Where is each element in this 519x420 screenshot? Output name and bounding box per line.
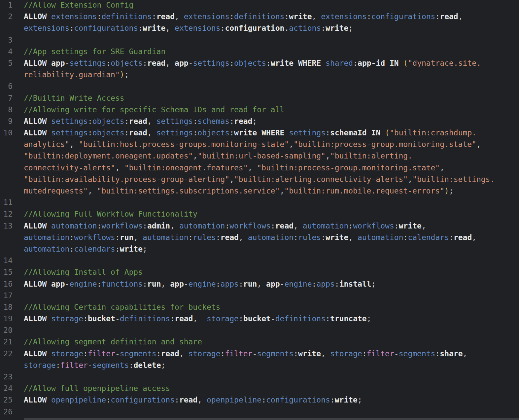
code-line[interactable]: 4//App settings for SRE Guardian [0,46,519,57]
token-keyword-bold: write [335,396,358,404]
line-number[interactable] [0,232,13,243]
code-line[interactable]: 26 [0,406,519,418]
line-number[interactable] [0,139,13,150]
token-plain-punctuation [367,128,371,137]
token-plain-punctuation: . [284,24,289,32]
code-line[interactable]: 14 [0,255,519,266]
token-plain-punctuation: : [229,59,234,67]
token-identifier-blue: extensions [175,24,220,32]
code-line[interactable]: 15//Allowing Install of Apps [0,266,519,278]
code-line[interactable]: 20 [0,325,519,336]
line-number[interactable]: 11 [0,197,13,208]
line-number[interactable]: 10 [0,127,13,139]
token-plain-punctuation: : [221,349,225,358]
code-line[interactable]: 24//Allow full openpipeline access [0,383,519,394]
code-line[interactable]: 3 [0,34,519,46]
token-identifier-blue: settings [156,128,193,137]
line-number[interactable]: 19 [0,313,13,325]
line-number[interactable]: 26 [0,406,13,418]
code-text: //Allow full openpipeline access [24,383,170,394]
line-number[interactable]: 17 [0,290,13,301]
line-number[interactable] [0,185,13,197]
line-number[interactable]: 5 [0,57,13,69]
code-line[interactable]: 25ALLOW openpipeline:configurations:read… [0,394,519,406]
line-number[interactable]: 22 [0,348,13,360]
line-number[interactable]: 3 [0,34,13,46]
token-plain-punctuation: ; [161,361,165,369]
line-number[interactable]: 2 [0,11,13,22]
code-line[interactable]: 6 [0,81,519,92]
line-number[interactable]: 12 [0,208,13,220]
line-number[interactable]: 14 [0,255,13,266]
code-line[interactable]: 13ALLOW automation:workflows:admin, auto… [0,220,519,232]
code-line[interactable]: "builtin:availability.process-group-aler… [0,174,519,185]
code-line[interactable]: 19ALLOW storage:bucket-definitions:read,… [0,313,519,325]
line-number[interactable] [0,360,13,371]
line-number[interactable]: 23 [0,371,13,383]
line-number[interactable]: 9 [0,116,13,127]
code-line[interactable]: 2ALLOW extensions:definitions:read, exte… [0,11,519,22]
code-line[interactable]: automation:calendars:write; [0,243,519,255]
horizontal-scrollbar[interactable] [24,418,519,420]
code-line[interactable]: 16ALLOW app-engine:functions:run, app-en… [0,278,519,290]
line-number[interactable]: 21 [0,336,13,348]
line-number[interactable]: 8 [0,104,13,116]
line-number[interactable]: 7 [0,92,13,104]
code-text: connectivity-alerts", "builtin:oneagent.… [24,162,444,174]
code-line[interactable]: 22ALLOW storage:filter-segments:read, st… [0,348,519,360]
token-identifier-blue: settings [193,59,229,67]
code-line[interactable]: "builtin:deployment.oneagent.updates","b… [0,150,519,162]
code-line[interactable]: 9ALLOW settings:objects:read, settings:s… [0,116,519,127]
code-line[interactable]: 5ALLOW app-settings:objects:read, app-se… [0,57,519,69]
token-control-pink: filter [60,361,88,369]
code-line[interactable]: 23 [0,371,519,383]
token-identifier-blue: definitions [275,314,326,323]
code-line[interactable]: 10ALLOW settings:objects:read, settings:… [0,127,519,139]
line-number[interactable]: 24 [0,383,13,394]
line-number[interactable]: 1 [0,0,13,11]
token-plain-punctuation: , [289,140,294,149]
token-plain-punctuation: , [175,12,184,21]
token-identifier-blue: segments [92,361,129,369]
code-line[interactable]: storage:filter-segments:delete; [0,360,519,371]
code-editor[interactable]: 1//Allow Extension Config2ALLOW extensio… [0,0,519,420]
line-number[interactable]: 6 [0,81,13,92]
token-plain-punctuation [47,59,51,67]
token-plain-punctuation: : [225,222,229,230]
line-number[interactable] [0,174,13,185]
code-line[interactable]: 12//Allowing Full Workflow Functionality [0,208,519,220]
code-line[interactable]: 21//Allowing segment definition and shar… [0,336,519,348]
line-number[interactable]: 4 [0,46,13,57]
code-line[interactable]: 1//Allow Extension Config [0,0,519,11]
line-number[interactable] [0,22,13,34]
code-line[interactable]: 17 [0,290,519,301]
token-plain-punctuation: : [294,349,298,358]
line-number[interactable]: 20 [0,325,13,336]
code-line[interactable]: analytics", "builtin:host.process-groups… [0,139,519,150]
code-line[interactable]: reliability.guardian"); [0,69,519,81]
token-comment: //Allowing write for specific Schema IDs… [24,105,284,114]
code-line[interactable]: 7//Builtin Write Access [0,92,519,104]
code-line[interactable]: extensions:configurations:write, extensi… [0,22,519,34]
token-plain-punctuation: : [271,222,275,230]
token-plain-punctuation: , [312,12,321,21]
line-number[interactable] [0,150,13,162]
code-line[interactable]: 18//Allowing Certain capabilities for bu… [0,301,519,313]
line-number[interactable]: 13 [0,220,13,232]
line-number[interactable] [0,162,13,174]
token-identifier-blue: workflows [74,233,115,242]
code-line[interactable]: mutedrequests", "builtin:settings.subscr… [0,185,519,197]
line-number[interactable]: 18 [0,301,13,313]
code-line[interactable]: 11 [0,197,519,208]
line-number[interactable] [0,69,13,81]
line-number[interactable]: 15 [0,266,13,278]
token-plain-punctuation: : [193,117,197,125]
line-number[interactable]: 16 [0,278,13,290]
token-comment: //Allowing Install of Apps [24,268,143,276]
token-identifier-blue: configurations [266,396,330,404]
code-line[interactable]: connectivity-alerts", "builtin:oneagent.… [0,162,519,174]
code-line[interactable]: automation:workflows:run, automation:rul… [0,232,519,243]
code-line[interactable]: 8//Allowing write for specific Schema ID… [0,104,519,116]
line-number[interactable] [0,243,13,255]
line-number[interactable]: 25 [0,394,13,406]
